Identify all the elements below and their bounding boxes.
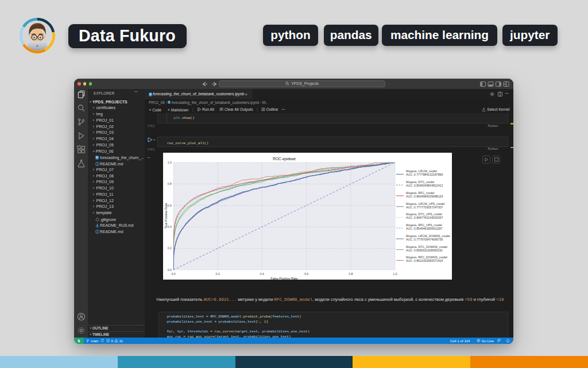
svg-text:0.0: 0.0 (171, 272, 175, 276)
svg-text:AUC: 0.8621002582571416: AUC: 0.8621002582571416 (406, 259, 443, 262)
svg-text:AUC: 0.8549461856911187: AUC: 0.8549461856911187 (406, 227, 443, 230)
svg-text:True Positive Rate: True Positive Rate (164, 203, 168, 228)
svg-text:1.0: 1.0 (393, 272, 397, 276)
svg-text:0.6: 0.6 (168, 204, 172, 207)
svg-text:AUC: 0.8604684339088129: AUC: 0.8604684339088129 (406, 195, 443, 198)
svg-text:1.0: 1.0 (168, 161, 172, 164)
svg-text:False Positive Rate: False Positive Rate (270, 277, 297, 280)
svg-text:0.8: 0.8 (168, 182, 172, 185)
svg-text:AUC: 0.8467760194530397: AUC: 0.8467760194530397 (406, 216, 443, 219)
svg-text:AUC: 0.7777700057247307: AUC: 0.7777700057247307 (406, 206, 443, 209)
svg-text:ROC-кривые: ROC-кривые (273, 157, 296, 161)
svg-text:0.8: 0.8 (349, 272, 353, 276)
svg-text:0.4: 0.4 (168, 225, 172, 228)
svg-text:AUC: 0.7777884132187896: AUC: 0.7777884132187896 (406, 173, 443, 176)
svg-text:0.6: 0.6 (304, 272, 308, 276)
svg-text:AUC: 0.7779706474099736: AUC: 0.7779706474099736 (406, 238, 443, 241)
svg-text:0.4: 0.4 (260, 272, 264, 276)
svg-text:0.0: 0.0 (168, 268, 172, 272)
svg-text:AUC: 0.8346049843812412: AUC: 0.8346049843812412 (406, 184, 443, 187)
svg-text:AUC: 0.8360011928056151: AUC: 0.8360011928056151 (406, 249, 443, 252)
svg-text:0.2: 0.2 (216, 272, 220, 276)
svg-text:0.2: 0.2 (168, 246, 172, 250)
